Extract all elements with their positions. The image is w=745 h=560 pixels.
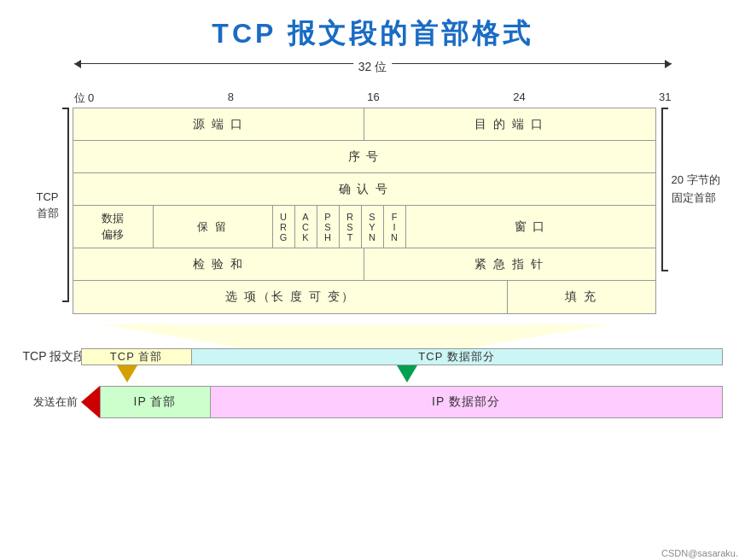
cell-psh: PSH: [317, 206, 340, 248]
right-label-text: 20 字节的固定首部: [672, 172, 720, 207]
right-brace-lines: [661, 108, 668, 271]
cell-padding: 填 充: [508, 281, 655, 313]
right-brace-group: 20 字节的固定首部: [661, 108, 720, 271]
row-ports: 源 端 口 目 的 端 口: [73, 108, 655, 141]
row-ack: 确 认 号: [73, 173, 655, 206]
page-title: TCP 报文段的首部格式: [0, 0, 745, 60]
cell-ack-flag: ACK: [295, 206, 317, 248]
bit-pos-16: 16: [367, 90, 379, 106]
bit-pos-24: 24: [513, 90, 525, 106]
right-brace-vert: [661, 109, 663, 270]
bit-pos-31: 31: [659, 90, 671, 106]
row-seq: 序 号: [73, 141, 655, 173]
cell-reserved: 保 留: [154, 206, 272, 248]
ip-header-box: IP 首部: [100, 386, 211, 418]
cell-urgent: 紧 急 指 针: [364, 248, 655, 280]
bit-positions: 位 0 8 16 24 31: [66, 90, 680, 106]
bit-pos-0: 位 0: [74, 90, 95, 106]
cell-checksum: 检 验 和: [73, 248, 365, 280]
cell-window: 窗 口: [406, 206, 655, 248]
arrows-row: [81, 365, 644, 384]
brace-bottom-horiz: [62, 300, 69, 302]
tcp-header-table: 源 端 口 目 的 端 口 序 号 确 认 号 数据偏移 保 留 URG ACK…: [73, 108, 656, 314]
cell-syn: SYN: [362, 206, 384, 248]
tcp-segment-row: TCP 报文段 TCP 首部 TCP 数据部分: [23, 348, 723, 365]
arrow-yellow-down: [117, 365, 137, 382]
tcp-brace-group: TCP首部: [37, 108, 69, 302]
row-options: 选 项（长 度 可 变） 填 充: [73, 281, 655, 313]
seg-tcp-data: TCP 数据部分: [192, 348, 723, 365]
arrow-yellow-container: [117, 365, 137, 382]
ip-row: 发送在前 IP 首部 IP 数据部分: [23, 386, 723, 418]
cell-rst: RST: [340, 206, 362, 248]
brace-lines: [62, 108, 69, 302]
bit-ruler: 32 位: [66, 60, 680, 90]
trapezoid: [74, 324, 637, 348]
right-brace-bottom: [661, 270, 668, 271]
page-container: TCP 报文段的首部格式 32 位 位 0 8 16 24 31 TCP首部: [0, 0, 745, 418]
cell-fin: FIN: [384, 206, 406, 248]
tcp-label-area: TCP首部: [23, 108, 69, 302]
row-flags: 数据偏移 保 留 URG ACK PSH RST SYN FIN 窗 口: [73, 206, 655, 248]
cell-dst-port: 目 的 端 口: [364, 108, 655, 140]
brace-vert: [67, 109, 69, 300]
arrow-green-container: [397, 365, 417, 382]
cell-options: 选 项（长 度 可 变）: [73, 281, 509, 313]
cell-src-port: 源 端 口: [73, 108, 365, 140]
ip-data-box: IP 数据部分: [211, 386, 723, 418]
ip-send-label: 发送在前: [23, 394, 81, 410]
bottom-section: TCP 报文段 TCP 首部 TCP 数据部分 发送在前 IP 首部 IP 数据…: [23, 324, 723, 418]
trapezoid-fill: [74, 324, 637, 348]
tcp-label: TCP首部: [37, 189, 59, 222]
arrow-green-down: [397, 365, 417, 382]
ruler-label: 32 位: [353, 60, 392, 75]
bit-pos-8: 8: [228, 90, 234, 106]
watermark: CSDN@sasaraku.: [661, 548, 738, 558]
right-label-area: 20 字节的固定首部: [661, 108, 723, 271]
cell-seq: 序 号: [73, 141, 655, 172]
cell-ack: 确 认 号: [73, 173, 655, 205]
seg-tcp-header: TCP 首部: [81, 348, 192, 365]
tcp-segment-label: TCP 报文段: [23, 349, 81, 365]
ip-arrow-left: [81, 386, 100, 418]
row-checksum: 检 验 和 紧 急 指 针: [73, 248, 655, 281]
cell-urg: URG: [273, 206, 295, 248]
cell-data-offset: 数据偏移: [73, 206, 154, 248]
diagram-wrapper: TCP首部 源 端 口 目 的 端 口 序 号 确 认 号: [23, 108, 723, 314]
